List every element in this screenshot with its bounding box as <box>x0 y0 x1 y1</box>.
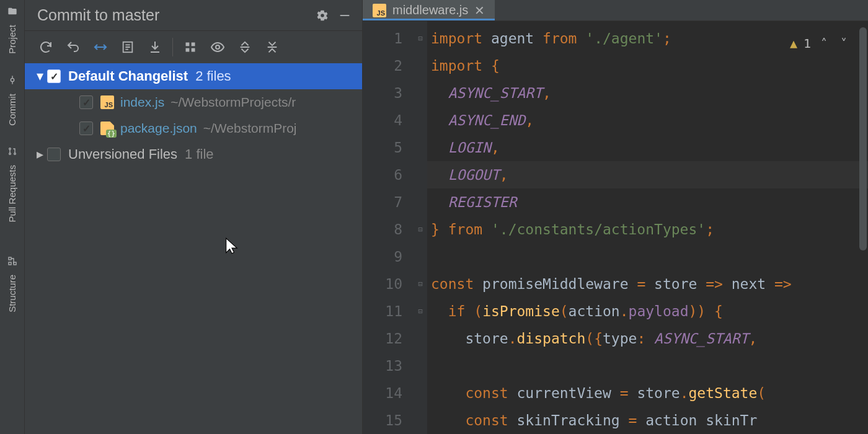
unversioned-checkbox[interactable] <box>47 148 61 161</box>
file-row[interactable]: JS index.js ~/WebstormProjects/r <box>25 89 362 115</box>
line-number-gutter: 123456789101112131415 <box>363 21 414 434</box>
commit-title: Commit to master <box>37 6 159 24</box>
file-row[interactable]: package.json ~/WebstormProj <box>25 115 362 141</box>
left-tool-rail: Project Commit Pull Requests Structure <box>0 0 25 434</box>
toolbar-separator <box>172 38 173 56</box>
fold-gutter: ⊟⊟⊟⊟ <box>414 21 427 434</box>
commit-toolbar <box>25 31 362 63</box>
rollback-icon[interactable] <box>60 36 87 58</box>
warning-count: 1 <box>804 30 811 57</box>
rail-pull-requests[interactable]: Pull Requests <box>7 156 17 231</box>
rail-label: Commit <box>7 94 17 126</box>
svg-point-3 <box>14 153 16 155</box>
preview-icon[interactable] <box>204 36 231 58</box>
prev-issue-icon[interactable]: ˄ <box>817 37 831 50</box>
json-file-icon <box>100 122 115 135</box>
js-file-icon: JS <box>100 95 115 109</box>
code-content[interactable]: import agent from './agent';import { ASY… <box>427 21 868 434</box>
rail-label: Pull Requests <box>7 165 17 223</box>
editor-tab[interactable]: JS middleware.js ✕ <box>363 0 495 20</box>
chevron-right-icon[interactable]: ▸ <box>32 146 47 162</box>
svg-point-0 <box>11 78 14 81</box>
warning-icon: ▲ <box>790 30 797 57</box>
chevron-down-icon[interactable]: ▾ <box>32 68 47 84</box>
rail-structure[interactable]: Structure <box>7 266 17 321</box>
shelve-icon[interactable] <box>141 36 169 58</box>
group-icon[interactable] <box>177 36 204 58</box>
file-name: package.json <box>120 121 197 136</box>
diff-icon[interactable] <box>114 36 141 58</box>
commit-node-icon <box>7 75 17 85</box>
svg-point-13 <box>216 45 219 49</box>
unversioned-label: Unversioned Files <box>68 146 177 162</box>
structure-icon <box>7 256 17 266</box>
rail-commit[interactable]: Commit <box>7 85 17 135</box>
file-checkbox[interactable] <box>79 122 93 135</box>
commit-tool-window: Commit to master ▾ Default Changelist 2 … <box>25 0 363 434</box>
project-folder-icon <box>7 6 17 16</box>
svg-rect-7 <box>340 15 350 16</box>
svg-point-2 <box>9 153 11 155</box>
swap-icon[interactable] <box>87 36 114 58</box>
file-path: ~/WebstormProjects/r <box>170 95 296 110</box>
svg-rect-9 <box>186 43 190 46</box>
js-file-icon: JS <box>373 4 386 17</box>
close-tab-icon[interactable]: ✕ <box>474 3 485 18</box>
editor-area: JS middleware.js ✕ 123456789101112131415… <box>363 0 868 434</box>
changelist-node[interactable]: ▾ Default Changelist 2 files <box>25 63 362 89</box>
rail-label: Project <box>7 25 17 54</box>
editor-scrollbar[interactable] <box>859 27 867 250</box>
changelist-label: Default Changelist <box>68 68 188 84</box>
file-path: ~/WebstormProj <box>203 121 297 136</box>
unversioned-count: 1 file <box>185 146 213 162</box>
gear-icon[interactable] <box>315 8 330 23</box>
svg-point-1 <box>9 148 11 150</box>
tab-filename: middleware.js <box>392 3 468 17</box>
pull-request-icon <box>7 146 17 156</box>
editor-tabs: JS middleware.js ✕ <box>363 0 868 21</box>
svg-rect-10 <box>192 43 195 46</box>
unversioned-node[interactable]: ▸ Unversioned Files 1 file <box>25 141 362 167</box>
expand-all-icon[interactable] <box>231 36 259 58</box>
file-name: index.js <box>120 95 164 110</box>
changelist-checkbox[interactable] <box>47 69 61 83</box>
next-issue-icon[interactable]: ˅ <box>837 37 851 50</box>
inspection-widget[interactable]: ▲ 1 ˄ ˅ <box>790 30 851 57</box>
file-checkbox[interactable] <box>79 95 93 109</box>
collapse-all-icon[interactable] <box>259 36 286 58</box>
svg-rect-6 <box>9 262 11 265</box>
changes-tree: ▾ Default Changelist 2 files JS index.js… <box>25 63 362 434</box>
refresh-icon[interactable] <box>32 36 60 58</box>
rail-project[interactable]: Project <box>7 16 17 63</box>
svg-rect-12 <box>192 48 195 52</box>
code-editor[interactable]: 123456789101112131415 ⊟⊟⊟⊟ import agent … <box>363 21 868 434</box>
changelist-count: 2 files <box>195 68 231 84</box>
svg-rect-4 <box>9 257 11 260</box>
rail-label: Structure <box>7 275 17 312</box>
minimize-icon[interactable] <box>337 8 352 23</box>
svg-rect-11 <box>186 48 190 52</box>
commit-header: Commit to master <box>25 0 362 31</box>
